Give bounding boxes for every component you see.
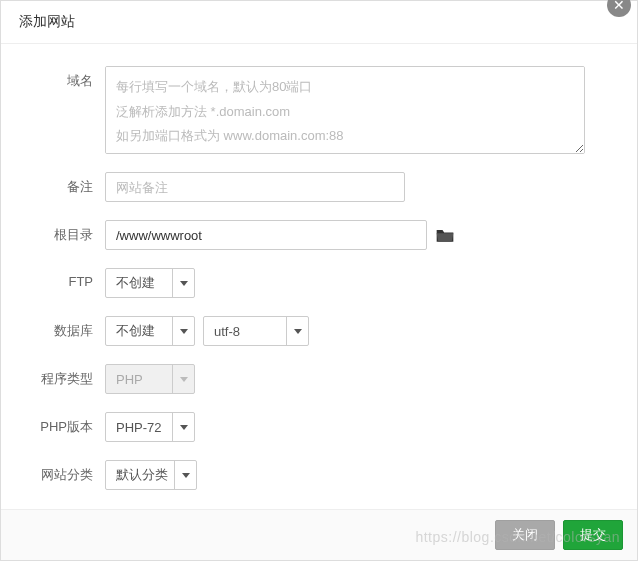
- label-domain: 域名: [31, 66, 105, 90]
- category-select-value: 默认分类: [116, 466, 168, 484]
- database-select-value: 不创建: [116, 322, 155, 340]
- row-category: 网站分类 默认分类: [31, 460, 607, 490]
- chevron-down-icon: [174, 461, 196, 489]
- folder-icon[interactable]: [435, 226, 455, 244]
- close-button[interactable]: ✕: [607, 0, 631, 17]
- ftp-select-value: 不创建: [116, 274, 155, 292]
- charset-select-value: utf-8: [214, 324, 240, 339]
- label-database: 数据库: [31, 316, 105, 340]
- database-select[interactable]: 不创建: [105, 316, 195, 346]
- remark-input[interactable]: [105, 172, 405, 202]
- ftp-select[interactable]: 不创建: [105, 268, 195, 298]
- row-database: 数据库 不创建 utf-8: [31, 316, 607, 346]
- row-root: 根目录: [31, 220, 607, 250]
- domain-input[interactable]: [105, 66, 585, 154]
- php-select-value: PHP-72: [116, 420, 162, 435]
- label-php: PHP版本: [31, 412, 105, 436]
- root-input[interactable]: [105, 220, 427, 250]
- add-site-dialog: 添加网站 ✕ 域名 备注 根目录: [0, 0, 638, 561]
- row-ftp: FTP 不创建: [31, 268, 607, 298]
- row-program: 程序类型 PHP: [31, 364, 607, 394]
- category-select[interactable]: 默认分类: [105, 460, 197, 490]
- dialog-footer: 关闭 提交: [1, 509, 637, 560]
- label-remark: 备注: [31, 172, 105, 196]
- dialog-body: 域名 备注 根目录 FTP 不创建: [1, 44, 637, 509]
- label-program: 程序类型: [31, 364, 105, 388]
- php-select[interactable]: PHP-72: [105, 412, 195, 442]
- row-php: PHP版本 PHP-72: [31, 412, 607, 442]
- dialog-title: 添加网站: [19, 13, 75, 29]
- chevron-down-icon: [172, 413, 194, 441]
- label-root: 根目录: [31, 220, 105, 244]
- row-domain: 域名: [31, 66, 607, 154]
- chevron-down-icon: [172, 317, 194, 345]
- charset-select[interactable]: utf-8: [203, 316, 309, 346]
- chevron-down-icon: [172, 365, 194, 393]
- program-select: PHP: [105, 364, 195, 394]
- label-category: 网站分类: [31, 460, 105, 484]
- chevron-down-icon: [172, 269, 194, 297]
- close-icon: ✕: [613, 0, 625, 13]
- row-remark: 备注: [31, 172, 607, 202]
- program-select-value: PHP: [116, 372, 143, 387]
- dialog-header: 添加网站 ✕: [1, 1, 637, 44]
- submit-button[interactable]: 提交: [563, 520, 623, 550]
- chevron-down-icon: [286, 317, 308, 345]
- cancel-button[interactable]: 关闭: [495, 520, 555, 550]
- label-ftp: FTP: [31, 268, 105, 289]
